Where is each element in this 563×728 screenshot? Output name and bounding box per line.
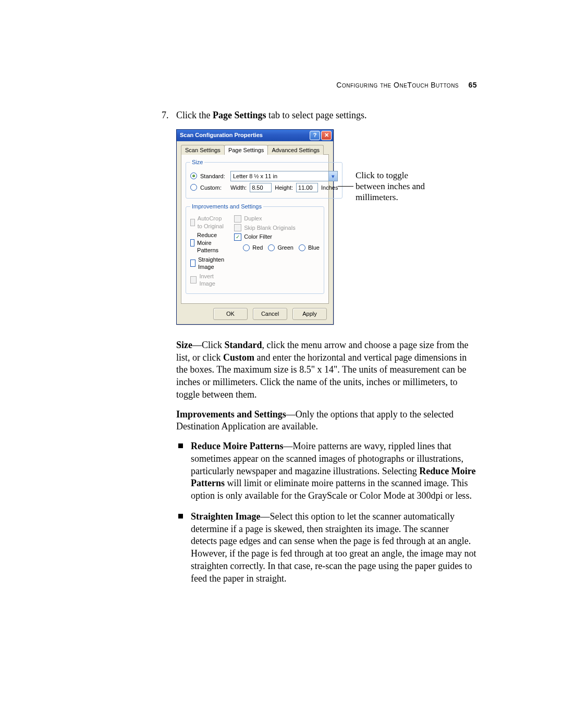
duplex-label: Duplex (244, 215, 262, 223)
duplex-checkbox (234, 215, 241, 223)
width-label: Width: (230, 184, 247, 192)
invert-checkbox (190, 276, 197, 283)
invert-option: Invert Image (190, 273, 227, 288)
improvements-left: AutoCrop to Original Reduce Moire Patter… (190, 213, 227, 289)
autocrop-checkbox (190, 219, 195, 226)
page: Configuring the OneTouch Buttons 65 7. C… (0, 0, 563, 728)
red-option[interactable]: Red (243, 244, 263, 252)
callout: Click to toggle between inches and milli… (338, 170, 439, 203)
color-filter-radios: Red Green Blue (234, 242, 320, 253)
running-head-text: Configuring the OneTouch Buttons (336, 81, 459, 89)
units-toggle[interactable]: Inches (321, 184, 338, 192)
ok-button[interactable]: OK (213, 308, 248, 320)
apply-button[interactable]: Apply (292, 308, 327, 320)
size-group: Size Standard: Letter 8 ½ x 11 in ▾ (186, 158, 342, 199)
cancel-button[interactable]: Cancel (253, 308, 287, 320)
color-filter-option[interactable]: ✓ Color Filter (234, 233, 320, 241)
tab-panel: Size Standard: Letter 8 ½ x 11 in ▾ (181, 154, 329, 304)
dialog-titlebar[interactable]: Scan Configuration Properties ? ✕ (177, 130, 333, 141)
paper-size-value: Letter 8 ½ x 11 in (233, 172, 277, 180)
dialog-buttons: OK Cancel Apply (181, 304, 329, 320)
running-head: Configuring the OneTouch Buttons 65 (336, 81, 477, 89)
figure-row: Scan Configuration Properties ? ✕ Scan S… (176, 129, 477, 325)
green-option[interactable]: Green (268, 244, 293, 252)
skip-blank-label: Skip Blank Originals (244, 224, 295, 232)
bullet-list: Reduce Moire Patterns—Moire patterns are… (176, 440, 477, 585)
blue-option[interactable]: Blue (299, 244, 320, 252)
dialog-body: Scan Settings Page Settings Advanced Set… (177, 141, 333, 324)
tab-strip: Scan Settings Page Settings Advanced Set… (181, 145, 329, 155)
dialog-title: Scan Configuration Properties (180, 131, 309, 139)
invert-label: Invert Image (199, 273, 227, 288)
step-line: 7. Click the Page Settings tab to select… (162, 109, 477, 122)
color-filter-label: Color Filter (244, 233, 272, 241)
improvements-group: Improvements and Settings AutoCrop to Or… (186, 203, 324, 294)
bullet-straighten: Straighten Image—Select this option to l… (176, 511, 477, 585)
tab-page-settings[interactable]: Page Settings (224, 145, 268, 155)
duplex-option: Duplex (234, 215, 320, 223)
straighten-option[interactable]: Straighten Image (190, 256, 227, 271)
height-input[interactable] (296, 183, 318, 192)
standard-radio[interactable] (190, 172, 197, 179)
size-legend: Size (190, 158, 204, 166)
skip-blank-option: Skip Blank Originals (234, 224, 320, 232)
improvements-right: Duplex Skip Blank Originals ✓ Color Filt… (234, 213, 320, 289)
custom-row: Custom: Width: Height: Inches (190, 183, 338, 192)
callout-text: Click to toggle between inches and milli… (356, 170, 439, 203)
straighten-checkbox[interactable] (190, 260, 195, 267)
step-number: 7. (162, 109, 176, 122)
straighten-label: Straighten Image (198, 256, 227, 271)
standard-label: Standard: (200, 172, 227, 180)
height-label: Height: (275, 184, 293, 192)
improvements-legend: Improvements and Settings (190, 203, 263, 211)
step-text: Click the Page Settings tab to select pa… (176, 109, 366, 122)
improvements-paragraph: Improvements and Settings—Only the optio… (176, 409, 477, 434)
chevron-down-icon[interactable]: ▾ (328, 171, 337, 181)
paper-size-select[interactable]: Letter 8 ½ x 11 in ▾ (230, 171, 338, 181)
improvements-columns: AutoCrop to Original Reduce Moire Patter… (190, 213, 320, 289)
page-number: 65 (468, 81, 477, 89)
size-paragraph: Size—Click Standard, click the menu arro… (176, 339, 477, 401)
tab-advanced-settings[interactable]: Advanced Settings (267, 145, 324, 155)
color-filter-checkbox[interactable]: ✓ (234, 233, 241, 241)
close-button[interactable]: ✕ (321, 131, 332, 140)
reduce-moire-label: Reduce Moire Patterns (197, 231, 227, 254)
width-input[interactable] (250, 183, 272, 192)
red-radio[interactable] (243, 244, 250, 251)
help-button[interactable]: ? (310, 131, 320, 140)
standard-row: Standard: Letter 8 ½ x 11 in ▾ (190, 171, 338, 181)
callout-leader-line (338, 186, 353, 187)
bullet-reduce-moire: Reduce Moire Patterns—Moire patterns are… (176, 440, 477, 502)
autocrop-option: AutoCrop to Original (190, 215, 227, 230)
custom-label: Custom: (200, 184, 227, 192)
blue-radio[interactable] (299, 244, 305, 251)
tab-scan-settings[interactable]: Scan Settings (181, 145, 225, 155)
custom-radio[interactable] (190, 184, 197, 191)
reduce-moire-option[interactable]: Reduce Moire Patterns (190, 231, 227, 254)
reduce-moire-checkbox[interactable] (190, 239, 194, 246)
skip-blank-checkbox (234, 224, 241, 231)
green-radio[interactable] (268, 244, 275, 251)
content: 7. Click the Page Settings tab to select… (162, 109, 477, 585)
scan-config-dialog: Scan Configuration Properties ? ✕ Scan S… (176, 129, 334, 325)
autocrop-label: AutoCrop to Original (198, 215, 227, 230)
